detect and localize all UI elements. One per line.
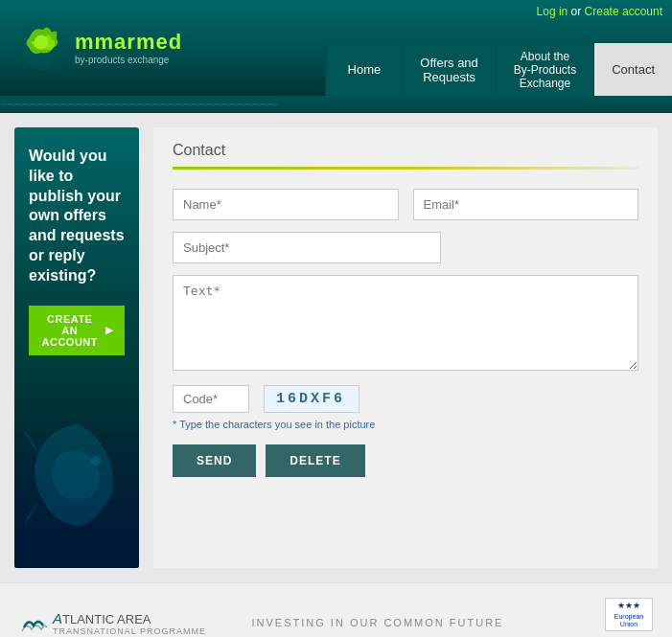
wave-bar <box>0 96 672 113</box>
text-input[interactable] <box>173 275 638 371</box>
name-input[interactable] <box>173 189 399 220</box>
footer-right: ★★★ European Union Legal Notice | Contac… <box>549 598 653 637</box>
nav-contact[interactable]: Contact <box>593 43 672 96</box>
text-field <box>173 275 638 374</box>
logo-name: mmarmed <box>75 32 182 53</box>
email-field <box>413 189 639 220</box>
sidebar-question: Would you like to publish your own offer… <box>29 147 125 286</box>
captcha-input[interactable] <box>173 385 249 413</box>
logo-area: mmarmed by-products exchange <box>0 0 240 96</box>
sidebar: Would you like to publish your own offer… <box>14 127 139 568</box>
captcha-row: 16DXF6 <box>173 385 638 413</box>
name-field <box>173 189 399 220</box>
atlantic-logo-text: ATLANTIC AREA <box>53 610 206 626</box>
delete-button[interactable]: DELETE <box>266 444 364 477</box>
svg-point-1 <box>35 35 49 50</box>
footer-center-text: INVESTING IN OUR COMMON FUTURE <box>252 617 504 628</box>
atlantic-wave-icon <box>19 608 48 637</box>
send-button[interactable]: SEND <box>173 444 256 477</box>
logo-tagline: by-products exchange <box>75 55 182 65</box>
sidebar-decoration <box>14 376 139 568</box>
form-divider <box>173 167 638 170</box>
footer: ATLANTIC AREA Transnational Programme IN… <box>0 582 672 637</box>
atlantic-subtitle: Transnational Programme <box>53 626 206 636</box>
button-row: SEND DELETE <box>173 444 638 477</box>
name-email-row <box>173 189 638 220</box>
nav-offers[interactable]: Offers and Requests <box>402 43 495 96</box>
top-bar: Log in or Create account <box>537 5 662 18</box>
eu-logo: ★★★ European Union <box>605 598 653 631</box>
atlantic-text-group: ATLANTIC AREA Transnational Programme <box>53 610 206 636</box>
logo-icon <box>14 19 67 77</box>
captcha-image: 16DXF6 <box>264 385 359 413</box>
nav-about[interactable]: About the By-Products Exchange <box>496 43 593 96</box>
main-content: Would you like to publish your own offer… <box>0 113 672 582</box>
header: Log in or Create account mmarmed by-prod… <box>0 0 672 96</box>
login-link[interactable]: Log in <box>537 5 568 18</box>
email-input[interactable] <box>413 189 639 220</box>
subject-row <box>173 232 638 263</box>
or-text: or <box>571 5 582 18</box>
create-account-link[interactable]: Create account <box>585 5 662 18</box>
nav-home[interactable]: Home <box>325 43 402 96</box>
captcha-hint: * Type the characters you see in the pic… <box>173 419 638 430</box>
atlantic-area-logo: ATLANTIC AREA Transnational Programme <box>19 608 206 637</box>
fish-icon <box>24 415 129 539</box>
subject-input[interactable] <box>173 232 441 263</box>
text-row <box>173 275 638 374</box>
logo-text-group: mmarmed by-products exchange <box>75 32 182 65</box>
form-title: Contact <box>173 142 638 159</box>
svg-point-2 <box>91 456 101 466</box>
subject-field <box>173 232 441 263</box>
create-account-button[interactable]: CREATE AN ACCOUNT <box>29 306 125 355</box>
form-area: Contact 16DXF6 * Type the characters you… <box>153 127 658 568</box>
